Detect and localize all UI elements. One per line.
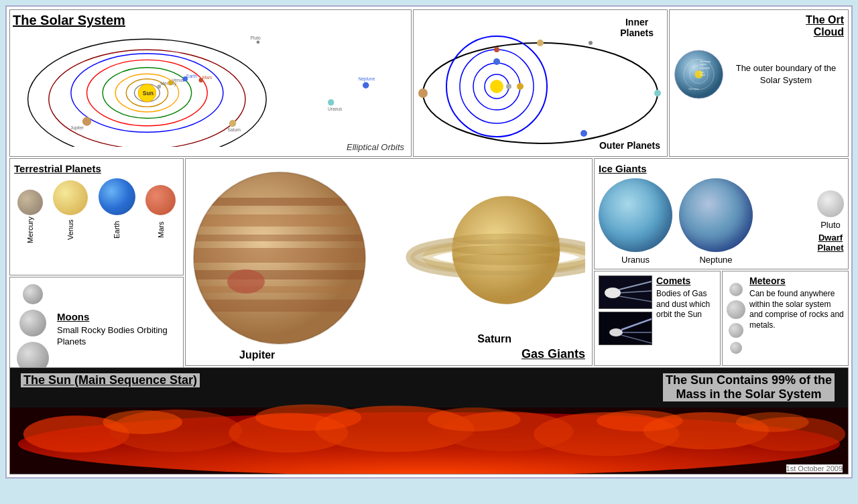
- pluto-section: Pluto Dwarf Planet: [817, 190, 844, 253]
- moon-medium: [19, 310, 46, 336]
- svg-point-94: [597, 410, 683, 432]
- svg-text:Kuiper Belt: Kuiper Belt: [700, 67, 710, 70]
- oort-sphere-svg: Planetary region Kuiper Belt Inner Cloud…: [674, 41, 724, 108]
- svg-point-36: [493, 58, 500, 65]
- svg-text:Sun: Sun: [143, 90, 154, 97]
- comets-box: Comets Bodies of Gas and dust which orbi…: [594, 271, 721, 366]
- sun-title: The Sun (Main Sequence Star): [21, 373, 200, 387]
- venus-label: Venus: [66, 216, 74, 243]
- pluto-circle: [817, 190, 844, 217]
- svg-rect-55: [192, 198, 367, 206]
- moons-box: Moons Small Rocky Bodies Orbiting Planet…: [9, 277, 184, 381]
- comet-image-2: [599, 312, 652, 345]
- svg-point-41: [580, 130, 587, 137]
- svg-point-68: [452, 245, 560, 255]
- sun-panel: The Sun (Main Sequence Star) The Sun Con…: [9, 367, 849, 475]
- right-panel: Ice Giants Uranus Neptune Pluto Dwarf Pl…: [594, 158, 849, 366]
- sun-description: The Sun Contains 99% of the Mass in the …: [663, 373, 835, 401]
- svg-point-22: [328, 99, 334, 105]
- mars-label: Mars: [157, 216, 165, 243]
- meteor-2: [727, 300, 745, 319]
- jupiter-image: [192, 171, 367, 345]
- elliptical-label: Elliptical Orbits: [347, 142, 404, 152]
- neptune-sphere: [679, 178, 753, 252]
- center-panel: Jupiter: [185, 158, 593, 366]
- meteors-description: Can be found anywhere within the solar s…: [749, 289, 844, 330]
- oort-description: The outer boundary of the Solar System: [728, 62, 844, 86]
- svg-point-91: [103, 410, 182, 434]
- svg-point-72: [605, 288, 621, 298]
- svg-text:Venus: Venus: [172, 78, 184, 82]
- gas-giants-label: Gas Giants: [522, 347, 585, 361]
- svg-text:Jupiter: Jupiter: [70, 125, 84, 131]
- comets-meteors-row: Comets Bodies of Gas and dust which orbi…: [594, 271, 849, 366]
- svg-text:Uranus: Uranus: [328, 107, 343, 111]
- solar-system-panel: The Solar System Sun Mercury Venus: [9, 9, 412, 157]
- svg-point-93: [428, 407, 520, 432]
- svg-rect-60: [192, 286, 367, 293]
- moons-circles: [14, 281, 52, 377]
- svg-text:Earth: Earth: [186, 74, 197, 78]
- middle-row: Terrestrial Planets Mercury Venus Earth: [9, 158, 849, 366]
- svg-point-33: [490, 80, 503, 93]
- pluto-label: Pluto: [820, 220, 841, 230]
- solar-system-title: The Solar System: [13, 13, 408, 28]
- moons-description: Small Rocky Bodies Orbiting Planets: [57, 325, 179, 348]
- meteors-title: Meteors: [749, 275, 844, 286]
- planet-earth: Earth: [99, 178, 135, 243]
- svg-text:Cloud: Cloud: [700, 74, 705, 76]
- uranus-label: Uranus: [621, 255, 650, 265]
- mercury-label: Mercury: [26, 216, 34, 243]
- planet-mercury: Mercury: [17, 190, 43, 243]
- meteor-1: [729, 283, 743, 296]
- svg-text:Oort cloud: Oort cloud: [689, 88, 698, 90]
- main-container: The Solar System Sun Mercury Venus: [5, 5, 853, 479]
- outer-planets-label: Outer Planets: [599, 140, 660, 151]
- svg-point-40: [654, 90, 661, 97]
- svg-point-35: [517, 83, 524, 90]
- oort-panel: The Ort Cloud P: [669, 9, 849, 157]
- ice-giants-title: Ice Giants: [599, 163, 844, 174]
- svg-point-28: [423, 43, 658, 143]
- inner-outer-panel: Inner Planets: [413, 9, 668, 157]
- mercury-circle: [17, 190, 43, 215]
- svg-point-37: [494, 47, 499, 52]
- planet-venus: Venus: [53, 180, 88, 243]
- svg-text:Pluto: Pluto: [251, 36, 261, 40]
- svg-point-42: [589, 41, 593, 45]
- svg-point-95: [736, 412, 809, 432]
- uranus-item: Uranus: [599, 178, 672, 265]
- inner-planets-label: Inner Planets: [620, 17, 654, 38]
- comets-description: Bodies of Gas and dust which orbit the S…: [656, 289, 716, 320]
- comets-images: [599, 275, 652, 361]
- svg-point-34: [506, 84, 511, 89]
- svg-rect-61: [192, 300, 367, 312]
- svg-text:Saturn: Saturn: [228, 127, 241, 132]
- ice-giants-row: Uranus Neptune Pluto Dwarf Planet: [599, 178, 844, 265]
- svg-point-62: [227, 269, 265, 294]
- svg-point-92: [255, 404, 361, 431]
- mars-circle: [145, 185, 176, 215]
- meteors-text: Meteors Can be found anywhere within the…: [749, 275, 844, 361]
- orbit-diagram: Sun Mercury Venus Earth Mars Jupiter Sat…: [13, 29, 408, 147]
- comets-text: Comets Bodies of Gas and dust which orbi…: [656, 275, 716, 361]
- svg-rect-57: [192, 235, 367, 241]
- neptune-label: Neptune: [699, 255, 732, 265]
- svg-point-24: [363, 82, 369, 88]
- jupiter-label: Jupiter: [239, 349, 275, 361]
- date-label: 1st October 2009: [786, 464, 843, 472]
- top-row: The Solar System Sun Mercury Venus: [9, 9, 849, 157]
- moons-text: Moons Small Rocky Bodies Orbiting Planet…: [57, 281, 179, 377]
- svg-rect-58: [192, 248, 367, 263]
- terrestrial-box: Terrestrial Planets Mercury Venus Earth: [9, 158, 184, 275]
- comets-title: Comets: [656, 275, 716, 286]
- comet-image-1: [599, 275, 652, 309]
- svg-rect-59: [192, 270, 367, 279]
- meteors-box: Meteors Can be found anywhere within the…: [722, 271, 849, 366]
- svg-text:Mars: Mars: [202, 75, 212, 80]
- saturn-label: Saturn: [477, 333, 511, 345]
- svg-point-38: [418, 88, 428, 98]
- moons-title: Moons: [57, 311, 179, 322]
- neptune-item: Neptune: [679, 178, 753, 265]
- meteor-4: [730, 342, 742, 354]
